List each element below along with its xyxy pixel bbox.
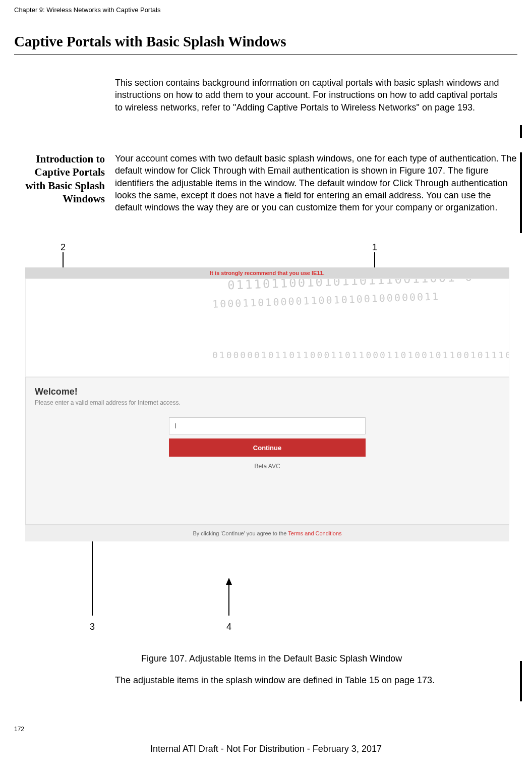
decorative-binary: 100011010000110010100100000011: [212, 290, 440, 310]
intro-paragraph: This section contains background informa…: [115, 77, 503, 114]
callout-arrow: [228, 583, 229, 616]
login-form-panel: Welcome! Please enter a valid email addr…: [25, 377, 509, 525]
section-title: Captive Portals with Basic Splash Window…: [14, 33, 286, 50]
splash-screenshot: It is strongly recommend that you use IE…: [25, 267, 509, 541]
draft-footer: Internal ATI Draft - Not For Distributio…: [0, 744, 532, 754]
continue-button[interactable]: Continue: [169, 438, 366, 457]
terms-link[interactable]: Terms and Conditions: [288, 530, 341, 536]
callout-label-2: 2: [61, 242, 66, 253]
decorative-binary: 0100000101101100011011000110100101100101…: [212, 350, 509, 360]
change-bar: [520, 125, 522, 138]
post-figure-paragraph: The adjustable items in the splash windo…: [115, 674, 503, 686]
page-number: 172: [14, 726, 24, 733]
subsection-title: Introduction to Captive Portals with Bas…: [14, 152, 105, 205]
figure-caption: Figure 107. Adjustable Items in the Defa…: [141, 653, 402, 664]
below-button-label: Beta AVC: [169, 463, 366, 470]
callout-label-4: 4: [226, 622, 231, 632]
callout-label-3: 3: [90, 622, 95, 632]
chapter-header: Chapter 9: Wireless Networks with Captiv…: [14, 6, 160, 14]
welcome-heading: Welcome!: [35, 387, 500, 397]
welcome-subtext: Please enter a valid email address for I…: [35, 399, 500, 406]
email-field[interactable]: [169, 417, 366, 434]
change-bar: [520, 661, 522, 701]
callout-label-1: 1: [372, 242, 377, 253]
arrowhead-icon: [226, 578, 232, 585]
change-bar: [520, 152, 522, 233]
browser-recommendation-bar: It is strongly recommend that you use IE…: [25, 267, 509, 279]
banner-image: 01110110010101101110011001 0 10001101000…: [25, 279, 509, 377]
subsection-paragraph: Your account comes with two default basi…: [115, 152, 518, 213]
title-rule: [14, 54, 517, 55]
terms-footer: By clicking 'Continue' you agree to the …: [25, 525, 509, 541]
terms-prefix: By clicking 'Continue' you agree to the: [193, 530, 288, 536]
